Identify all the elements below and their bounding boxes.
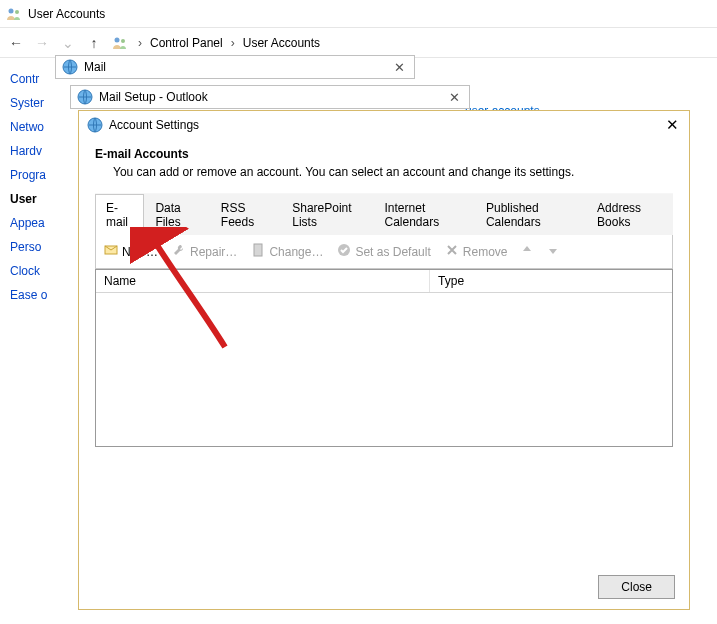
toolbar: New… Repair… Change… Set as Default Remo… (95, 235, 673, 269)
close-icon[interactable]: ✕ (663, 116, 681, 134)
mail-dialog: Mail ✕ (55, 55, 415, 79)
new-button-label: New… (122, 245, 158, 259)
breadcrumb: › Control Panel › User Accounts (138, 34, 324, 52)
section-heading: E-mail Accounts (95, 147, 673, 161)
user-accounts-icon (6, 6, 22, 22)
tab-published-calendars[interactable]: Published Calendars (475, 194, 586, 235)
breadcrumb-control-panel[interactable]: Control Panel (146, 34, 227, 52)
nav-dropdown-icon[interactable]: ⌄ (60, 35, 76, 51)
svg-rect-8 (254, 244, 262, 256)
globe-icon (62, 59, 78, 75)
change-button: Change… (251, 243, 323, 260)
breadcrumb-root-icon[interactable] (112, 35, 128, 51)
arrow-up-icon (521, 244, 533, 259)
remove-button-label: Remove (463, 245, 508, 259)
mail-setup-title: Mail Setup - Outlook (99, 90, 445, 104)
tab-address-books[interactable]: Address Books (586, 194, 673, 235)
svg-point-0 (9, 8, 14, 13)
section-subheading: You can add or remove an account. You ca… (113, 165, 673, 179)
wrench-icon (172, 243, 186, 260)
tab-bar: E-mail Data Files RSS Feeds SharePoint L… (95, 193, 673, 235)
check-circle-icon (337, 243, 351, 260)
arrow-down-icon (547, 244, 559, 259)
column-type[interactable]: Type (430, 270, 672, 292)
svg-point-3 (121, 39, 125, 43)
list-header: Name Type (96, 270, 672, 293)
remove-button: Remove (445, 243, 508, 260)
column-name[interactable]: Name (96, 270, 430, 292)
set-default-button-label: Set as Default (355, 245, 430, 259)
nav-back-icon[interactable]: ← (8, 35, 24, 51)
dialog-title: Account Settings (109, 118, 657, 132)
repair-button-label: Repair… (190, 245, 237, 259)
breadcrumb-user-accounts[interactable]: User Accounts (239, 34, 324, 52)
document-icon (251, 243, 265, 260)
accounts-list[interactable]: Name Type (95, 269, 673, 447)
x-icon (445, 243, 459, 260)
move-down-button (547, 244, 559, 259)
close-icon[interactable]: ✕ (445, 90, 463, 105)
globe-icon (77, 89, 93, 105)
tab-email[interactable]: E-mail (95, 194, 144, 235)
tab-rss-feeds[interactable]: RSS Feeds (210, 194, 281, 235)
globe-icon (87, 117, 103, 133)
svg-point-2 (115, 37, 120, 42)
change-button-label: Change… (269, 245, 323, 259)
svg-point-1 (15, 10, 19, 14)
chevron-right-icon: › (138, 36, 142, 50)
set-default-button: Set as Default (337, 243, 430, 260)
mail-dialog-title: Mail (84, 60, 390, 74)
mail-new-icon (104, 243, 118, 260)
tab-data-files[interactable]: Data Files (144, 194, 209, 235)
mail-setup-dialog: Mail Setup - Outlook ✕ (70, 85, 470, 109)
repair-button: Repair… (172, 243, 237, 260)
tab-internet-calendars[interactable]: Internet Calendars (374, 194, 475, 235)
nav-forward-icon[interactable]: → (34, 35, 50, 51)
window-title: User Accounts (28, 7, 105, 21)
chevron-right-icon: › (231, 36, 235, 50)
close-icon[interactable]: ✕ (390, 60, 408, 75)
account-settings-dialog: Account Settings ✕ E-mail Accounts You c… (78, 110, 690, 610)
tab-sharepoint-lists[interactable]: SharePoint Lists (281, 194, 373, 235)
close-button[interactable]: Close (598, 575, 675, 599)
move-up-button (521, 244, 533, 259)
nav-up-icon[interactable]: ↑ (86, 35, 102, 51)
new-button[interactable]: New… (104, 243, 158, 260)
